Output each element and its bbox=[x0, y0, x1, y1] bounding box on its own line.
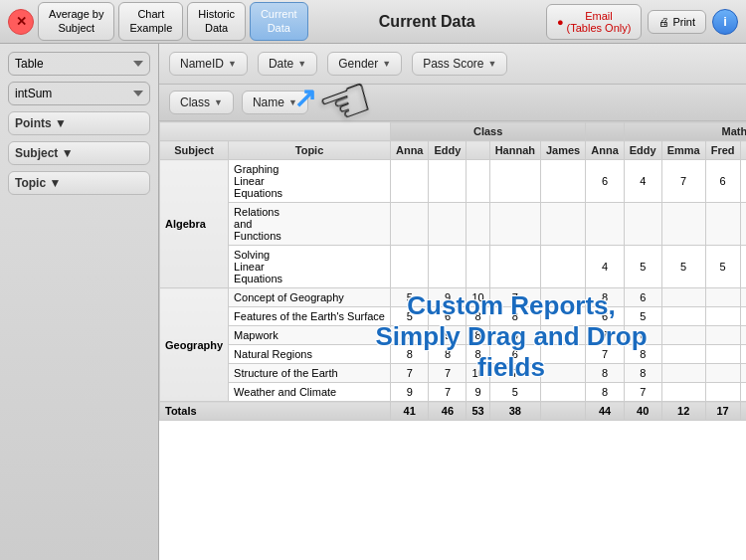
topic-cell: Weather and Climate bbox=[229, 383, 391, 402]
subject-field[interactable]: Subject ▼ bbox=[8, 141, 150, 165]
filter-bar: NameID▼ Date▼ Gender▼ Pass Score▼ bbox=[159, 44, 746, 85]
th-fred: Fred bbox=[705, 141, 740, 160]
topic-cell: SolvingLinearEquations bbox=[229, 246, 391, 288]
th-james1: James bbox=[540, 141, 585, 160]
table-row: Features of the Earth's Surface 5688 65 … bbox=[160, 307, 747, 326]
topic-cell: Features of the Earth's Surface bbox=[229, 307, 391, 326]
th-eddy1: Eddy bbox=[429, 141, 466, 160]
main-layout: Table intSum Points ▼ Subject ▼ Topic ▼ … bbox=[0, 44, 746, 560]
nav-chart-example[interactable]: ChartExample bbox=[118, 2, 183, 40]
content-area: NameID▼ Date▼ Gender▼ Pass Score▼ Class▼… bbox=[159, 44, 746, 560]
th-hannah1: Hannah bbox=[489, 141, 540, 160]
intsum-select[interactable]: intSum bbox=[8, 82, 150, 105]
topic-cell: GraphingLinearEquations bbox=[229, 160, 391, 203]
table-row: Weather and Climate 9795 87 45 bbox=[160, 383, 747, 402]
top-bar: ✕ Average bySubject ChartExample Histori… bbox=[0, 0, 746, 44]
topic-cell: RelationsandFunctions bbox=[229, 203, 391, 246]
th-hannah2: Hannah bbox=[740, 141, 746, 160]
email-button[interactable]: ● Email(Tables Only) bbox=[546, 4, 642, 40]
th-subject-topic bbox=[160, 122, 391, 141]
th-empty2 bbox=[466, 141, 489, 160]
nav-current-data[interactable]: CurrentData bbox=[250, 2, 308, 40]
th-empty1 bbox=[586, 122, 625, 141]
name-header-row: Subject Topic Anna Eddy Hannah James Ann… bbox=[160, 141, 747, 160]
th-emma: Emma bbox=[661, 141, 705, 160]
close-button[interactable]: ✕ bbox=[8, 9, 34, 35]
group-header-row: Class Maths 2014 Totals bbox=[160, 122, 747, 141]
th-eddy2: Eddy bbox=[624, 141, 661, 160]
nameid-filter[interactable]: NameID▼ bbox=[169, 52, 248, 76]
table-row: RelationsandFunctions 5 28 bbox=[160, 203, 747, 246]
pass-score-filter[interactable]: Pass Score▼ bbox=[412, 52, 507, 76]
th-subject: Subject bbox=[160, 141, 229, 160]
th-class-group: Class bbox=[390, 122, 585, 141]
table-row: Mapwork 7985 76 42 bbox=[160, 326, 747, 345]
table-row: Algebra GraphingLinearEquations 64765 32 bbox=[160, 160, 747, 203]
topic-cell: Structure of the Earth bbox=[229, 364, 391, 383]
th-anna1: Anna bbox=[390, 141, 429, 160]
topic-field[interactable]: Topic ▼ bbox=[8, 171, 150, 195]
th-topic: Topic bbox=[229, 141, 391, 160]
points-field[interactable]: Points ▼ bbox=[8, 111, 150, 135]
nav-average-by-subject[interactable]: Average bySubject bbox=[38, 2, 114, 40]
table-row: SolvingLinearEquations 455565 30 bbox=[160, 246, 747, 288]
topic-cell: Mapwork bbox=[229, 326, 391, 345]
subject-algebra: Algebra bbox=[160, 160, 229, 288]
subject-geography: Geography bbox=[160, 288, 229, 402]
sidebar: Table intSum Points ▼ Subject ▼ Topic ▼ bbox=[0, 44, 159, 560]
th-anna2: Anna bbox=[586, 141, 625, 160]
class-filter[interactable]: Class▼ bbox=[169, 91, 234, 114]
totals-row: Totals 41465338 4440121714 15 352 bbox=[160, 402, 747, 421]
info-button[interactable]: i bbox=[712, 9, 738, 35]
topic-cell: Natural Regions bbox=[229, 345, 391, 364]
table-select[interactable]: Table bbox=[8, 52, 150, 76]
topic-cell: Concept of Geography bbox=[229, 288, 391, 307]
totals-label: Totals bbox=[160, 402, 391, 421]
sub-filter-bar: Class▼ Name▼ bbox=[159, 85, 746, 121]
gender-filter[interactable]: Gender▼ bbox=[327, 52, 402, 76]
table-row: Natural Regions 8886 78 45 bbox=[160, 345, 747, 364]
page-title: Current Data bbox=[312, 13, 542, 31]
table-wrapper: Class Maths 2014 Totals Subject Topic An… bbox=[159, 121, 746, 560]
print-button[interactable]: 🖨 Print bbox=[648, 10, 706, 34]
name-filter[interactable]: Name▼ bbox=[242, 91, 308, 114]
th-maths2014-group: Maths 2014 bbox=[624, 122, 746, 141]
table-row: Structure of the Earth 77107 88 47 bbox=[160, 364, 747, 383]
nav-historic-data[interactable]: HistoricData bbox=[187, 2, 246, 40]
date-filter[interactable]: Date▼ bbox=[258, 52, 317, 76]
right-buttons: ● Email(Tables Only) 🖨 Print i bbox=[546, 4, 738, 40]
table-row: Geography Concept of Geography 59107 86 … bbox=[160, 288, 747, 307]
data-table: Class Maths 2014 Totals Subject Topic An… bbox=[159, 121, 746, 421]
